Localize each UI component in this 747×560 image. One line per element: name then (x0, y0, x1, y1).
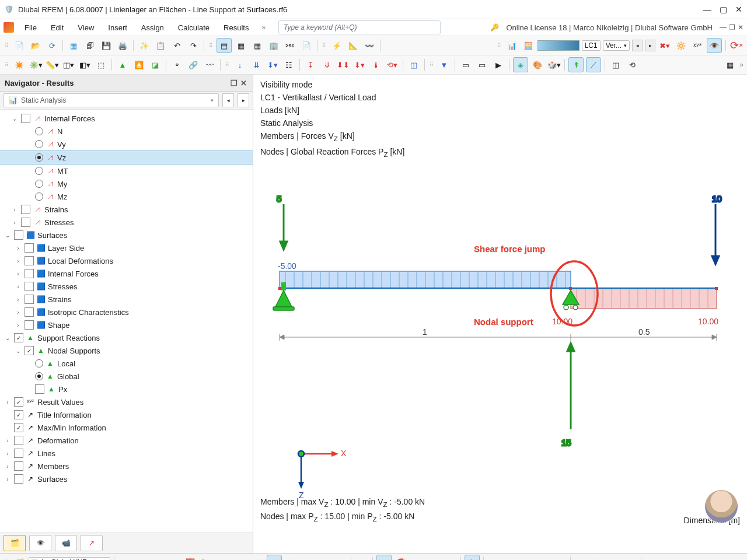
lc-name-combo[interactable]: Ver... ▾ (603, 40, 630, 51)
tree-deformation[interactable]: Deformation (37, 436, 79, 445)
bt-snap5[interactable]: ◫ (443, 555, 457, 560)
undock-button[interactable]: ❐ (229, 79, 239, 88)
nav-tab-project[interactable]: 🗂️ (4, 535, 26, 551)
tb2-filter[interactable]: ▼ (437, 58, 451, 72)
tb-f1[interactable]: 🔆 (674, 38, 688, 52)
prev-analysis-button[interactable]: ◂ (222, 93, 234, 107)
tree-layer-side[interactable]: Layer Side (48, 244, 84, 253)
tb-lc2[interactable]: 🧮 (521, 38, 535, 52)
tb2-o1[interactable]: ◫ (609, 58, 623, 72)
bt-o2[interactable]: ✶ (591, 555, 605, 560)
tree-nodal-supports[interactable]: Nodal Supports (48, 346, 100, 355)
tree-title-info[interactable]: Title Information (37, 411, 92, 419)
tb2-pload[interactable]: ↧ (303, 58, 317, 72)
tb2-up[interactable]: ↟ (568, 57, 584, 72)
tb2-member[interactable]: 📏▾ (45, 58, 59, 72)
menu-overflow-icon[interactable]: » (257, 23, 270, 32)
toolbar-overflow-icon[interactable]: » (739, 61, 743, 69)
tb-copy[interactable]: 🗐 (83, 38, 97, 52)
tb-lc[interactable]: 📊 (505, 38, 519, 52)
tb-table[interactable]: ▦ (234, 38, 248, 52)
bt-p4[interactable]: ⬚ (694, 555, 708, 560)
bt-o1[interactable]: ⊞ (574, 555, 588, 560)
menu-edit[interactable]: Edit (45, 21, 69, 34)
tb-check[interactable]: ⚡ (330, 38, 344, 52)
tb-new[interactable]: 📄 (12, 38, 26, 52)
maximize-button[interactable]: ▢ (720, 5, 727, 14)
tb-save[interactable]: 💾 (99, 38, 113, 52)
doc-restore-button[interactable]: ❐ (729, 23, 735, 32)
tree-mt[interactable]: MT (57, 167, 68, 176)
assistant-avatar[interactable] (705, 490, 738, 523)
bt-ln1[interactable]: ∕ (487, 555, 501, 560)
tb2-solid[interactable]: ◧▾ (78, 58, 92, 72)
tb2-hinge[interactable]: ⚬ (170, 58, 184, 72)
bt-b[interactable]: 🔻 (134, 555, 148, 560)
bt-snap3[interactable]: ▢ (410, 555, 424, 560)
nav-tab-display[interactable]: 👁️ (29, 535, 51, 551)
tree-local[interactable]: Local (57, 359, 75, 368)
results-tree[interactable]: ⌄⩘Internal Forces ⩘N ⩘Vy ⩘Vz ⩘MT ⩘My ⩘Mz… (0, 110, 253, 533)
tb2-load1[interactable]: ↓ (233, 58, 247, 72)
tb-grid[interactable]: ▦ (250, 38, 264, 52)
tb2-loadset[interactable]: ☷ (282, 58, 296, 72)
bt-snap2[interactable]: 🧲 (394, 555, 408, 560)
bt-p5[interactable]: ◫ (710, 555, 724, 560)
bt-s3[interactable]: ⊞ (317, 555, 331, 560)
tb2-selection[interactable]: ◫ (407, 58, 421, 72)
lc-combo[interactable]: LC1 (582, 40, 601, 51)
menu-assign[interactable]: Assign (135, 21, 170, 34)
tree-members[interactable]: Members (37, 462, 69, 471)
bt-p2[interactable]: ⬚ (661, 555, 675, 560)
tree-support-reactions[interactable]: Support Reactions (37, 334, 100, 342)
tb-plot[interactable]: 📐 (346, 38, 360, 52)
bt-o4[interactable]: ◦ (623, 555, 637, 560)
tb2-o2[interactable]: ⟲ (625, 58, 639, 72)
bt-c[interactable]: ◼ (151, 555, 165, 560)
tb2-cube[interactable]: 🎲▾ (547, 58, 561, 72)
nav-tab-views[interactable]: 📹 (55, 535, 77, 551)
bt-f[interactable]: 📐 (200, 555, 214, 560)
tb2-vload[interactable]: ⬇︎▾ (352, 58, 366, 72)
tb2-node[interactable]: ✴️ (12, 58, 26, 72)
next-analysis-button[interactable]: ▸ (238, 93, 249, 107)
tree-surfaces[interactable]: Surfaces (37, 231, 67, 240)
bt-m1[interactable]: ↳ (465, 555, 480, 560)
analysis-type-combo[interactable]: 📊 Static Analysis ▾ (4, 93, 219, 107)
tb2-load3[interactable]: ⬇︎▾ (266, 58, 280, 72)
menu-insert[interactable]: Insert (102, 21, 133, 34)
tb-doc2[interactable]: 📄 (299, 38, 313, 52)
tree-local-def[interactable]: Local Deformations (48, 257, 113, 265)
tb2-line2[interactable]: ／ (586, 57, 601, 72)
bt-p3[interactable]: ▭ (678, 555, 692, 560)
tb2-ssup[interactable]: ◪ (148, 58, 162, 72)
bt-p1[interactable]: ▦ (645, 555, 659, 560)
tree-maxmin[interactable]: Max/Min Information (37, 424, 106, 432)
minimize-button[interactable]: — (703, 5, 711, 14)
doc-close-button[interactable]: ✕ (738, 23, 743, 32)
tb2-lsup[interactable]: ⏏️ (132, 58, 146, 72)
tb2-lload[interactable]: ⤋ (320, 58, 334, 72)
nav-tab-results[interactable]: ↗ (81, 535, 103, 551)
tree-mz[interactable]: Mz (57, 192, 67, 201)
tree-s-strains[interactable]: Strains (48, 295, 71, 304)
bt-d[interactable]: ◫ (167, 555, 181, 560)
bt-work[interactable]: 🧭 (12, 555, 26, 560)
tb-building[interactable]: 🏢 (267, 38, 281, 52)
tree-my[interactable]: My (57, 180, 67, 188)
tree-px[interactable]: Px (58, 385, 67, 394)
tb-wave[interactable]: 〰️ (362, 38, 376, 52)
menu-calculate[interactable]: Calculate (172, 21, 215, 34)
tree-result-values[interactable]: Result Values (37, 398, 83, 407)
tb2-spring[interactable]: 〰 (203, 58, 217, 72)
tb2-line[interactable]: ✳️▾ (29, 58, 43, 72)
tree-shape[interactable]: Shape (48, 321, 70, 330)
menu-file[interactable]: File (19, 21, 43, 34)
tb2-surface[interactable]: ◫▾ (61, 58, 75, 72)
menu-view[interactable]: View (72, 21, 100, 34)
tree-internal-forces[interactable]: Internal Forces (44, 114, 95, 123)
tb2-temp[interactable]: 🌡 (369, 58, 383, 72)
tb2-load2[interactable]: ⇊ (249, 58, 263, 72)
tb2-v1[interactable]: ▭ (459, 58, 473, 72)
tb2-moving[interactable]: ⟲▾ (385, 58, 399, 72)
